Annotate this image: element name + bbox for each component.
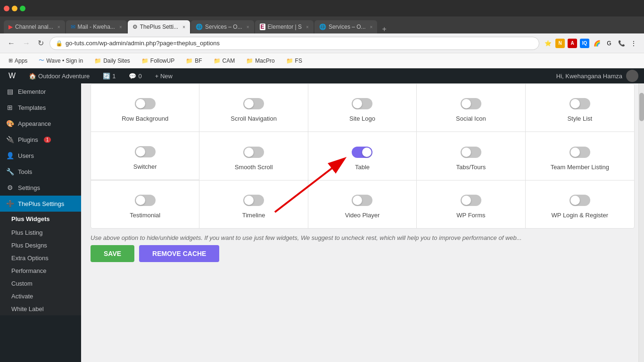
widget-label-tabs-tours: Tabs/Tours [456, 164, 486, 171]
sub-activate[interactable]: Activate [0, 290, 81, 303]
sidebar-label-theplus: ThePlus Settings [18, 200, 64, 207]
bookmark-wave[interactable]: 〜 Wave • Sign in [36, 56, 86, 66]
tab-services1[interactable]: 🌐Services – O...× [191, 20, 254, 33]
forward-button[interactable]: → [21, 37, 32, 49]
address-bar-row: ← → ↻ 🔒 go-tuts.com/wp-admin/admin.php?p… [0, 33, 644, 53]
bookmark-apps[interactable]: ⊞ Apps [6, 57, 30, 65]
sub-plus-listing[interactable]: Plus Listing [0, 226, 81, 239]
bookmark-macpro[interactable]: 📁 MacPro [243, 57, 277, 65]
elementor-icon: ▤ [6, 87, 14, 96]
bookmark-fs[interactable]: 📁 FS [283, 57, 305, 65]
toggle-scroll-navigation[interactable] [243, 98, 264, 109]
ext-icon-5[interactable]: G [604, 39, 614, 48]
sidebar-item-theplus[interactable]: ➕ ThePlus Settings [0, 196, 81, 212]
widget-label-scroll-navigation: Scroll Navigation [231, 115, 277, 122]
tab-services2[interactable]: 🌐Services – O...× [314, 20, 378, 33]
widget-smooth-scroll[interactable]: Smooth Scroll [199, 132, 308, 180]
tools-icon: 🔧 [6, 167, 14, 176]
widget-tabs-tours[interactable]: Tabs/Tours [417, 132, 525, 180]
widget-table[interactable]: Table [308, 132, 417, 180]
toggle-team-member[interactable] [570, 147, 590, 158]
tab-theplus[interactable]: ⚙ThePlus Setti...× [128, 20, 190, 33]
widget-social-icon[interactable]: Social Icon [417, 84, 525, 132]
address-bar[interactable]: 🔒 go-tuts.com/wp-admin/admin.php?page=th… [50, 37, 539, 50]
bookmark-followup[interactable]: 📁 FollowUP [139, 57, 177, 65]
toggle-site-logo[interactable] [352, 98, 372, 109]
scrollbar-track[interactable] [638, 83, 644, 362]
sidebar-item-plugins[interactable]: 🔌 Plugins 1 [0, 132, 81, 148]
main-content: Row Background Scroll Navigation Site Lo… [81, 83, 644, 362]
bookmark-daily[interactable]: 📁 Daily Sites [91, 57, 133, 65]
ext-icon-2[interactable]: A [568, 39, 577, 48]
sub-custom[interactable]: Custom [0, 277, 81, 290]
wp-logo[interactable]: W [6, 68, 18, 83]
bottom-info: Use above option to hide/unhide widgets.… [91, 229, 635, 245]
wp-topbar: W 🏠 Outdoor Adventure 🔄 1 💬 0 + New Hi, … [0, 68, 644, 83]
reload-button[interactable]: ↻ [36, 37, 46, 49]
widget-video-player[interactable]: Video Player [308, 181, 417, 228]
sidebar-item-templates[interactable]: ⊞ Templates [0, 99, 81, 115]
maximize-dot[interactable] [20, 6, 25, 11]
save-button[interactable]: SAVE [91, 245, 134, 262]
tab-mail[interactable]: ✉Mail - Kweha...× [66, 20, 127, 33]
comments-item[interactable]: 💬 0 [126, 68, 144, 83]
widget-wp-login[interactable]: WP Login & Register [526, 181, 634, 228]
remove-cache-button[interactable]: REMOVE CACHE [139, 245, 219, 262]
widget-label-switcher: Switcher [133, 163, 157, 170]
toggle-switcher[interactable] [135, 146, 156, 157]
widget-timeline[interactable]: Timeline [199, 181, 308, 228]
sub-plus-widgets[interactable]: Plus Widgets [0, 212, 81, 226]
star-icon[interactable]: ⭐ [543, 39, 553, 48]
toggle-wp-forms[interactable] [461, 195, 481, 206]
toggle-testimonial[interactable] [135, 195, 156, 206]
toggle-wp-login[interactable] [570, 195, 590, 206]
toggle-video-player[interactable] [352, 195, 372, 206]
ext-icon-3[interactable]: IQ [580, 39, 589, 48]
ext-icon-4[interactable]: 🌈 [592, 39, 602, 48]
widget-switcher[interactable]: Switcher [91, 132, 199, 180]
sidebar-item-users[interactable]: 👤 Users [0, 148, 81, 164]
close-dot[interactable] [4, 6, 9, 11]
widget-scroll-navigation[interactable]: Scroll Navigation [199, 84, 308, 132]
tab-elementor[interactable]: EElementor | S× [255, 20, 314, 33]
minimize-dot[interactable] [12, 6, 17, 11]
bookmark-cam[interactable]: 📁 CAM [211, 57, 238, 65]
sidebar-label-plugins: Plugins [18, 136, 38, 143]
sub-extra-options[interactable]: Extra Options [0, 252, 81, 264]
toggle-tabs-tours[interactable] [461, 147, 481, 158]
widget-team-member[interactable]: Team Member Listing [526, 132, 634, 180]
new-item[interactable]: + New [152, 68, 175, 83]
sub-white-label[interactable]: White Label [0, 303, 81, 315]
back-button[interactable]: ← [6, 37, 17, 49]
toggle-smooth-scroll[interactable] [243, 147, 264, 158]
updates-item[interactable]: 🔄 1 [100, 68, 118, 83]
sub-performance[interactable]: Performance [0, 264, 81, 277]
toggle-timeline[interactable] [243, 195, 264, 206]
toggle-row-background[interactable] [135, 98, 156, 109]
ext-icon-6[interactable]: 📞 [617, 39, 626, 48]
toggle-table[interactable] [352, 147, 372, 158]
tab-channel[interactable]: ▶Channel anal...× [4, 20, 65, 33]
ext-icon-1[interactable]: N [555, 39, 565, 48]
widget-row-background[interactable]: Row Background [91, 84, 199, 132]
widget-style-list[interactable]: Style List [526, 84, 634, 132]
sidebar-item-tools[interactable]: 🔧 Tools [0, 164, 81, 180]
sidebar-item-settings[interactable]: ⚙ Settings [0, 180, 81, 196]
settings-icon: ⚙ [6, 183, 14, 192]
widget-label-style-list: Style List [567, 115, 592, 122]
toggle-style-list[interactable] [570, 98, 590, 109]
sub-plus-designs[interactable]: Plus Designs [0, 239, 81, 252]
toggle-social-icon[interactable] [461, 98, 481, 109]
widget-wp-forms[interactable]: WP Forms [417, 181, 525, 228]
sidebar-item-appearance[interactable]: 🎨 Appearance [0, 115, 81, 132]
site-name[interactable]: 🏠 Outdoor Adventure [26, 68, 92, 83]
tabs-bar: ▶Channel anal...× ✉Mail - Kweha...× ⚙The… [0, 16, 644, 33]
widget-site-logo[interactable]: Site Logo [308, 84, 417, 132]
scrollbar-thumb[interactable] [639, 93, 644, 121]
menu-button[interactable]: ⋮ [629, 39, 638, 48]
sidebar-item-elementor[interactable]: ▤ Elementor [0, 83, 81, 99]
widget-label-wp-login: WP Login & Register [552, 212, 608, 219]
widget-testimonial[interactable]: Testimonial [91, 181, 199, 228]
bookmark-bf[interactable]: 📁 BF [183, 57, 205, 65]
new-tab-button[interactable]: + [378, 25, 390, 33]
